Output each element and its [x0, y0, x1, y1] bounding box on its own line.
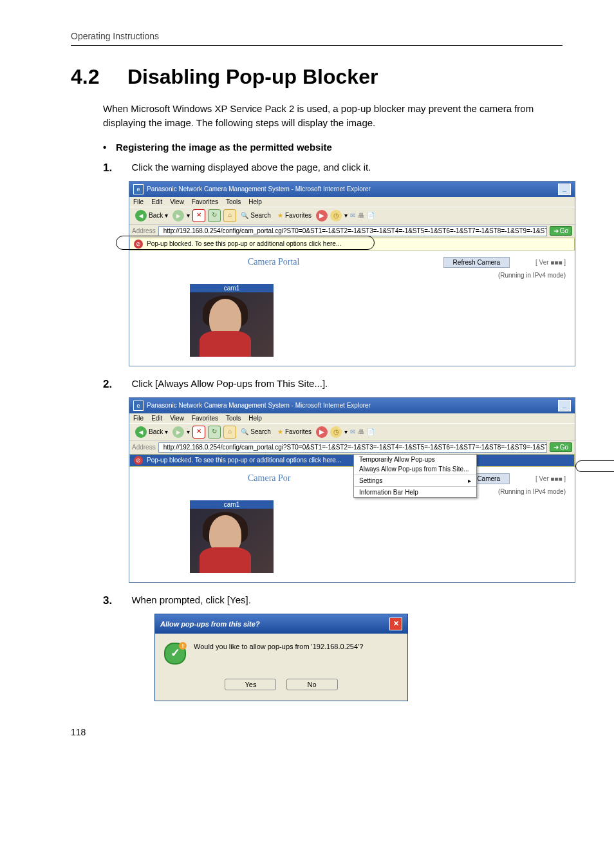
page-heading: 4.2Disabling Pop-up Blocker: [71, 65, 563, 89]
favorites-icon: ★: [277, 428, 283, 435]
menu-file: File: [133, 198, 144, 205]
print-icon: 🖶: [358, 428, 364, 435]
step-number: 1.: [103, 162, 129, 175]
heading-number: 4.2: [71, 65, 127, 89]
popup-blocked-text: Pop-up blocked. To see this pop-up or ad…: [147, 457, 341, 464]
camera-image: [190, 509, 274, 573]
camera-tile: cam1: [190, 500, 274, 573]
menu-tools: Tools: [226, 415, 241, 422]
ie-titlebar: ePanasonic Network Camera Management Sys…: [129, 398, 575, 413]
ie-title-text: Panasonic Network Camera Management Syst…: [147, 402, 371, 409]
running-mode: (Running in IPv4 mode): [138, 488, 566, 495]
ie-address-bar: Address http://192.168.0.254/config/cam_…: [129, 224, 575, 238]
minimize-icon: _: [558, 184, 571, 195]
refresh-camera-button: Refresh Camera: [443, 257, 510, 268]
context-menu: Temporarily Allow Pop-ups Always Allow P…: [353, 454, 477, 498]
menu-tools: Tools: [226, 198, 241, 205]
bullet-text: Registering the image as the permitted w…: [116, 142, 332, 153]
no-button: No: [286, 679, 338, 690]
ctx-temporarily-allow: Temporarily Allow Pop-ups: [354, 455, 476, 464]
menu-edit: Edit: [151, 415, 162, 422]
page-number: 118: [71, 727, 563, 737]
ie-address-bar: Address http://192.168.0.254/config/cam_…: [129, 440, 575, 454]
address-url: http://192.168.0.254/config/cam_portal.c…: [163, 227, 547, 234]
bullet-item: •Registering the image as the permitted …: [103, 142, 563, 153]
popup-blocked-bar-selected: ⊘ Pop-up blocked. To see this pop-up or …: [129, 454, 575, 467]
version-label: [ Ver ■■■ ]: [535, 259, 566, 266]
menu-file: File: [133, 415, 144, 422]
media-icon: ▶: [316, 210, 328, 222]
ie-logo-icon: e: [133, 184, 144, 194]
search-icon: 🔍: [241, 212, 248, 219]
refresh-icon: ↻: [208, 209, 221, 222]
ie-titlebar: ePanasonic Network Camera Management Sys…: [129, 182, 575, 197]
back-icon: ◄: [135, 210, 147, 222]
camera-image: [190, 292, 274, 357]
mail-icon: ✉: [350, 212, 355, 219]
menu-favorites: Favorites: [192, 198, 218, 205]
yes-button: Yes: [225, 679, 276, 690]
stop-icon: ✕: [192, 426, 205, 439]
favorites-label: Favorites: [285, 212, 312, 219]
favorites-label: Favorites: [285, 428, 312, 435]
callout-oval: [575, 460, 614, 472]
menu-help: Help: [248, 198, 262, 205]
mail-icon: ✉: [350, 428, 355, 435]
running-mode: (Running in IPv4 mode): [138, 272, 566, 279]
ctx-always-allow: Always Allow Pop-ups from This Site...: [354, 464, 476, 474]
version-label: [ Ver ■■■ ]: [535, 475, 566, 482]
refresh-icon: ↻: [208, 426, 221, 439]
search-icon: 🔍: [241, 428, 248, 435]
ie-toolbar: ◄Back ▾ ► ▾ ✕ ↻ ⌂ 🔍Search ★Favorites ▶ ◷…: [129, 423, 575, 440]
ie-page-content: Camera Portal Refresh Camera [ Ver ■■■ ]…: [129, 250, 575, 366]
ie-title-text: Panasonic Network Camera Management Syst…: [147, 185, 371, 193]
menu-view: View: [170, 198, 184, 205]
confirm-icon: ✓: [164, 643, 186, 665]
forward-icon: ►: [172, 426, 184, 438]
menu-help: Help: [248, 415, 262, 422]
popup-blocked-bar: ⊘ Pop-up blocked. To see this pop-up or …: [129, 238, 575, 250]
ctx-info-bar-help: Information Bar Help: [354, 487, 476, 497]
search-label: Search: [250, 212, 271, 219]
history-icon: ◷: [330, 426, 342, 438]
menu-edit: Edit: [151, 198, 162, 205]
ie-window-screenshot-1: ePanasonic Network Camera Management Sys…: [129, 181, 575, 366]
go-button: ➜ Go: [550, 442, 572, 452]
address-label: Address: [132, 444, 156, 451]
camera-label: cam1: [190, 284, 274, 292]
home-icon: ⌂: [223, 209, 236, 222]
ie-logo-icon: e: [133, 401, 144, 411]
address-url: http://192.168.0.254/config/cam_portal.c…: [163, 444, 547, 451]
step-text: Click [Always Allow Pop-ups from This Si…: [131, 378, 328, 389]
media-icon: ▶: [316, 426, 328, 438]
step-text: Click the warning displayed above the pa…: [131, 162, 371, 173]
blocked-icon: ⊘: [134, 456, 143, 465]
dialog-titlebar: Allow pop-ups from this site? ✕: [155, 614, 407, 634]
edit-doc-icon: 📄: [367, 212, 375, 219]
ie-window-screenshot-2: ePanasonic Network Camera Management Sys…: [129, 397, 575, 583]
stop-icon: ✕: [192, 209, 205, 222]
history-icon: ◷: [330, 210, 342, 222]
step-number: 2.: [103, 378, 129, 391]
bullet-dot: •: [103, 142, 116, 153]
running-header: Operating Instructions: [71, 31, 563, 46]
ie-menubar: FileEditViewFavoritesToolsHelp: [129, 413, 575, 423]
forward-icon: ►: [172, 210, 184, 222]
ie-page-content: Camera Por Camera [ Ver ■■■ ] (Running i…: [129, 467, 575, 582]
favorites-icon: ★: [277, 212, 283, 219]
blocked-icon: ⊘: [134, 240, 143, 249]
minimize-icon: _: [558, 400, 571, 411]
ctx-settings: Settings▸: [354, 476, 476, 486]
popup-blocked-text: Pop-up blocked. To see this pop-up or ad…: [147, 240, 341, 247]
portal-title: Camera Por: [248, 473, 290, 484]
back-label: Back: [149, 428, 163, 435]
ie-toolbar: ◄Back ▾ ► ▾ ✕ ↻ ⌂ 🔍Search ★Favorites ▶ ◷…: [129, 207, 575, 224]
menu-view: View: [170, 415, 184, 422]
go-button: ➜ Go: [550, 226, 572, 236]
edit-doc-icon: 📄: [367, 428, 375, 435]
search-label: Search: [250, 428, 271, 435]
back-icon: ◄: [135, 426, 147, 438]
camera-tile: cam1: [190, 284, 274, 357]
camera-label: cam1: [190, 500, 274, 509]
dialog-message: Would you like to allow pop-ups from '19…: [194, 643, 363, 650]
